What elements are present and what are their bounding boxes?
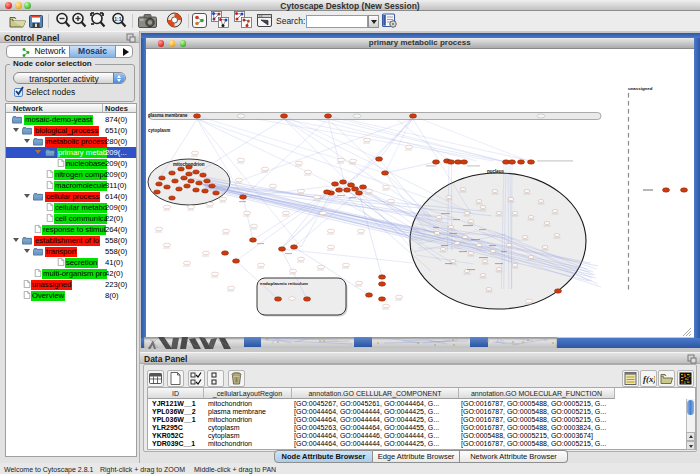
svg-text:plasma membrane: plasma membrane [148, 112, 188, 117]
svg-text:1:1: 1:1 [114, 16, 121, 22]
svg-text:f(x): f(x) [643, 374, 655, 384]
svg-text:endoplasmic reticulum: endoplasmic reticulum [260, 280, 308, 285]
svg-text:unassigned: unassigned [628, 85, 653, 90]
svg-text:nucleus: nucleus [487, 168, 505, 173]
svg-text:cytoplasm: cytoplasm [148, 128, 170, 133]
